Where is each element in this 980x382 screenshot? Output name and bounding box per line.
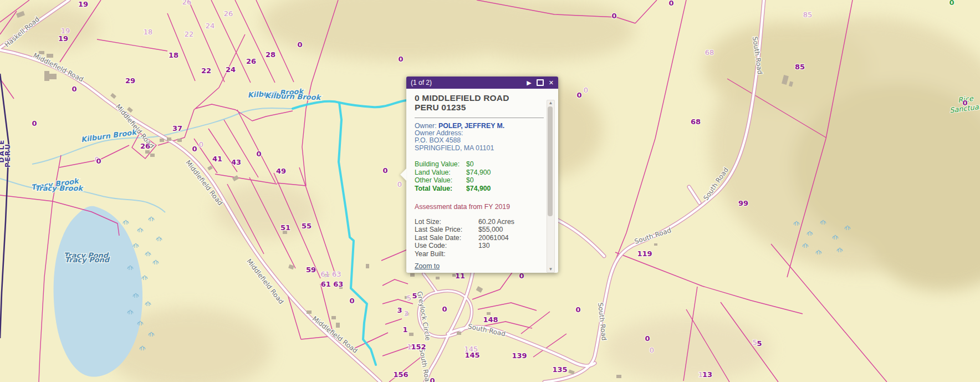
parcel-number-label: 0 [949,0,954,7]
detail-row: Lot Size:60.20 Acres [415,218,544,226]
parcel-number-label: 0 [576,91,581,99]
parcel-number-label: 5 [757,339,762,348]
owner-address-line2: SPRINGFIELD, MA 01101 [415,145,544,152]
parcel-number-label: 0 [96,157,101,165]
parcel-number-label: 0 [382,166,387,175]
parcel-number-label: 55 [302,222,312,230]
row-label: Use Code: [415,242,478,250]
value-row: Other Value:$0 [415,176,544,185]
parcel-number-label: 13 [702,370,712,379]
row-label: Last Sale Price: [415,226,478,234]
row-value: $0 [466,176,474,185]
building-footprint [49,74,57,79]
parcel-number-label: 135 [552,365,567,374]
value-row: Building Value:$0 [415,160,544,169]
row-value: 60.20 Acres [478,218,514,226]
parcel-number-label: 49 [276,167,286,175]
zoom-to-link[interactable]: Zoom to [415,262,440,270]
building-footprint [44,71,49,81]
row-value: $74,900 [466,169,491,177]
parcel-number-label: 0 [962,99,967,107]
building-footprint [336,323,340,328]
owner-address-line1: P.O. BOX 4588 [415,137,544,144]
value-row: Land Value:$74,900 [415,169,544,177]
popup-title-line2: PERU 01235 [415,103,544,112]
parcel-number-label: 18 [169,51,178,59]
owner-name: POLEP, JEFFREY M. [438,122,504,130]
row-value: 20061004 [478,234,509,242]
building-footprint [616,375,621,378]
parcel-number-label: 1 [402,325,407,334]
parcel-number-label: 0 [199,140,203,149]
building-footprint [145,150,150,154]
parcel-number-label: 0 [645,334,650,343]
owner-label: Owner: [415,122,437,130]
parcel-number-label: 0 [650,346,654,354]
parcel-number-label: 68 [705,48,714,57]
parcel-number-label: 22 [185,30,194,38]
parcel-number-label: 26 [246,57,256,65]
parcel-number-label: 51 [280,223,290,232]
parcel-number-label: 119 [637,249,652,258]
parcel-number-label: 0 [668,0,673,7]
next-record-icon[interactable]: ▶ [527,80,531,86]
detail-row: Last Sale Date:20061004 [415,234,544,242]
parcel-number-label: 0 [430,376,435,382]
row-value: $0 [466,160,474,169]
parcel-number-label: 148 [483,315,498,324]
parcel-number-label: 152 [411,343,426,351]
parcel-number-label: 3 [397,306,402,314]
row-label: Lot Size: [415,218,478,226]
parcel-number-label: 26 [224,9,233,18]
parcel-number-label: 5 [412,292,417,300]
parcel-number-label: 0 [256,150,261,158]
row-label: Other Value: [415,176,466,185]
parcel-number-label: 3 [404,309,409,318]
scroll-down-icon[interactable]: ▼ [547,267,554,272]
divider [415,118,544,118]
parcel-number-label: 19 [61,27,70,35]
parcel-number-label: 68 [691,118,701,126]
parcel-number-label: 19 [58,34,68,43]
popup-callout-arrow [400,169,406,181]
parcel-number-label: 85 [795,63,805,71]
parcel-number-label: 5 [407,294,411,302]
parcel-number-label: 28 [266,50,275,59]
parcel-number-label: 0 [397,180,402,189]
row-label: Last Sale Date: [415,234,478,242]
scrollbar-thumb[interactable] [548,106,553,216]
popup-scrollbar[interactable]: ▲ ▼ [547,100,555,273]
parcel-number-label: 0 [192,145,197,153]
building-footprint [167,137,171,141]
detail-row: Year Built: [415,250,544,258]
parcel-number-label: 19 [78,0,88,8]
scroll-up-icon[interactable]: ▲ [547,100,554,106]
town-name-label: DALE [0,139,6,162]
identify-popup: (1 of 2) ▶ ✕ 0 MIDDLEFIELD ROAD PERU 012… [406,77,558,273]
building-footprint [409,333,414,336]
parcel-number-label: 156 [393,370,408,379]
parcel-number-label: 0 [611,12,616,20]
row-value: $74,900 [466,185,491,193]
parcel-number-label: 29 [125,77,135,85]
parcel-number-label: 139 [512,352,527,360]
parcel-number-label: 43 [231,158,241,166]
building-footprint [307,310,312,314]
parcel-number-label: 22 [201,67,211,75]
popup-title-line1: 0 MIDDLEFIELD ROAD [415,93,544,103]
row-value: 130 [478,242,490,250]
owner-address-label: Owner Address: [415,130,544,137]
maximize-icon[interactable] [537,79,544,86]
parcel-number-label: 99 [738,199,748,207]
assessed-values: Building Value:$0Land Value:$74,900Other… [415,160,544,192]
popup-header: (1 of 2) ▶ ✕ [406,77,558,89]
building-footprint [487,312,491,315]
parcel-number-label: 26 [182,0,192,6]
building-footprint [150,154,155,157]
parcel-number-label: 61 63 [320,270,341,278]
building-footprint [457,332,461,335]
parcel-number-label: 0 [32,119,37,128]
detail-row: Use Code:130 [415,242,544,250]
close-icon[interactable]: ✕ [549,80,554,86]
row-label: Building Value: [415,160,466,169]
